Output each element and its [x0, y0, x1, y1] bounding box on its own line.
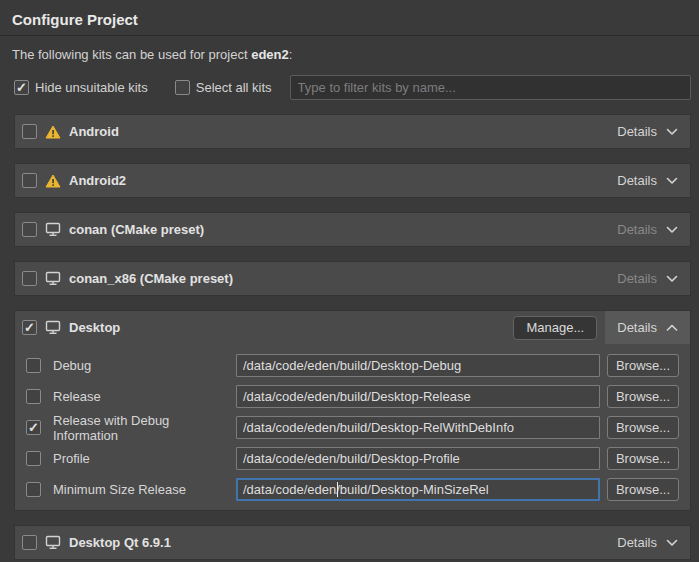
kit-card-desktop-qt: Desktop Qt 6.9.1 Details — [14, 525, 691, 560]
browse-button[interactable]: Browse... — [607, 416, 679, 439]
kit-details-panel: Debug Browse... Release Browse... — [15, 344, 690, 510]
checkbox-icon[interactable] — [26, 358, 41, 373]
kit-name: Desktop Qt 6.9.1 — [69, 535, 171, 550]
project-name: eden2 — [251, 47, 289, 62]
details-toggle[interactable]: Details — [605, 115, 690, 148]
kits-toolbar: Hide unsuitable kits Select all kits — [14, 75, 691, 100]
kit-header: Android2 Details — [15, 164, 690, 197]
hide-unsuitable-kits-label: Hide unsuitable kits — [35, 80, 148, 95]
warning-icon — [45, 174, 61, 188]
kit-checkbox[interactable] — [22, 222, 37, 237]
chevron-down-icon — [666, 226, 678, 234]
warning-icon — [45, 125, 61, 139]
checkbox-icon[interactable] — [175, 80, 190, 95]
desktop-icon — [45, 320, 61, 335]
intro-text: The following kits can be used for proje… — [12, 47, 691, 62]
page-title: Configure Project — [12, 11, 687, 28]
build-config-label: Debug — [53, 358, 91, 373]
configure-project-content: The following kits can be used for proje… — [0, 47, 699, 560]
kit-header: Desktop Manage... Details — [15, 311, 690, 344]
build-dir-input-debug[interactable] — [236, 354, 600, 377]
kit-checkbox[interactable] — [22, 271, 37, 286]
build-config-checkbox[interactable]: Release with Debug Information — [26, 413, 236, 443]
kit-card-android: Android Details — [14, 114, 691, 149]
text-cursor — [337, 482, 338, 497]
kit-filter-input[interactable] — [290, 75, 691, 100]
select-all-kits-checkbox[interactable]: Select all kits — [175, 80, 272, 95]
select-all-kits-label: Select all kits — [196, 80, 272, 95]
kit-header: conan (CMake preset) Details — [15, 213, 690, 246]
build-dir-input-profile[interactable] — [236, 447, 600, 470]
desktop-icon — [45, 535, 61, 550]
hide-unsuitable-kits-checkbox[interactable]: Hide unsuitable kits — [14, 80, 148, 95]
browse-button[interactable]: Browse... — [607, 354, 679, 377]
dialog-titlebar: Configure Project — [0, 0, 699, 36]
kit-card-conan-x86: conan_x86 (CMake preset) Details — [14, 261, 691, 296]
chevron-up-icon — [666, 324, 678, 332]
checkbox-icon[interactable] — [26, 482, 41, 497]
checkbox-icon[interactable] — [14, 80, 29, 95]
build-config-label: Release with Debug Information — [53, 413, 236, 443]
kit-checkbox[interactable] — [22, 320, 37, 335]
kit-checkbox[interactable] — [22, 124, 37, 139]
build-config-row-profile: Profile Browse... — [26, 447, 679, 470]
kit-name: conan (CMake preset) — [69, 222, 204, 237]
browse-button[interactable]: Browse... — [607, 478, 679, 501]
build-dir-input-minsizerel[interactable] — [236, 478, 600, 501]
browse-button[interactable]: Browse... — [607, 385, 679, 408]
build-dir-input-release[interactable] — [236, 385, 600, 408]
kit-card-desktop: Desktop Manage... Details Debug Browse..… — [14, 310, 691, 511]
chevron-down-icon — [666, 539, 678, 547]
checkbox-icon[interactable] — [26, 451, 41, 466]
browse-button[interactable]: Browse... — [607, 447, 679, 470]
checkbox-icon[interactable] — [26, 420, 41, 435]
kit-checkbox[interactable] — [22, 535, 37, 550]
details-toggle: Details — [605, 262, 690, 295]
kit-card-android2: Android2 Details — [14, 163, 691, 198]
desktop-icon — [45, 222, 61, 237]
build-config-row-release: Release Browse... — [26, 385, 679, 408]
build-config-label: Release — [53, 389, 101, 404]
desktop-icon — [45, 271, 61, 286]
kit-checkbox[interactable] — [22, 173, 37, 188]
details-toggle[interactable]: Details — [605, 311, 690, 344]
manage-button[interactable]: Manage... — [513, 316, 597, 340]
build-config-label: Profile — [53, 451, 90, 466]
build-config-checkbox[interactable]: Profile — [26, 451, 236, 466]
build-config-checkbox[interactable]: Debug — [26, 358, 236, 373]
details-toggle[interactable]: Details — [605, 164, 690, 197]
build-config-label: Minimum Size Release — [53, 482, 186, 497]
chevron-down-icon — [666, 128, 678, 136]
kit-name: Desktop — [69, 320, 120, 335]
chevron-down-icon — [666, 177, 678, 185]
details-toggle[interactable]: Details — [605, 526, 690, 559]
build-config-checkbox[interactable]: Release — [26, 389, 236, 404]
kit-card-conan: conan (CMake preset) Details — [14, 212, 691, 247]
build-config-row-minsizerel: Minimum Size Release Browse... — [26, 478, 679, 501]
kit-header: Android Details — [15, 115, 690, 148]
build-config-checkbox[interactable]: Minimum Size Release — [26, 482, 236, 497]
chevron-down-icon — [666, 275, 678, 283]
kit-header: Desktop Qt 6.9.1 Details — [15, 526, 690, 559]
build-dir-input-relwithdebinfo[interactable] — [236, 416, 600, 439]
build-config-row-debug: Debug Browse... — [26, 354, 679, 377]
kit-header: conan_x86 (CMake preset) Details — [15, 262, 690, 295]
kit-name: Android — [69, 124, 119, 139]
kit-name: conan_x86 (CMake preset) — [69, 271, 233, 286]
checkbox-icon[interactable] — [26, 389, 41, 404]
build-config-row-relwithdebinfo: Release with Debug Information Browse... — [26, 416, 679, 439]
kit-name: Android2 — [69, 173, 126, 188]
details-toggle: Details — [605, 213, 690, 246]
